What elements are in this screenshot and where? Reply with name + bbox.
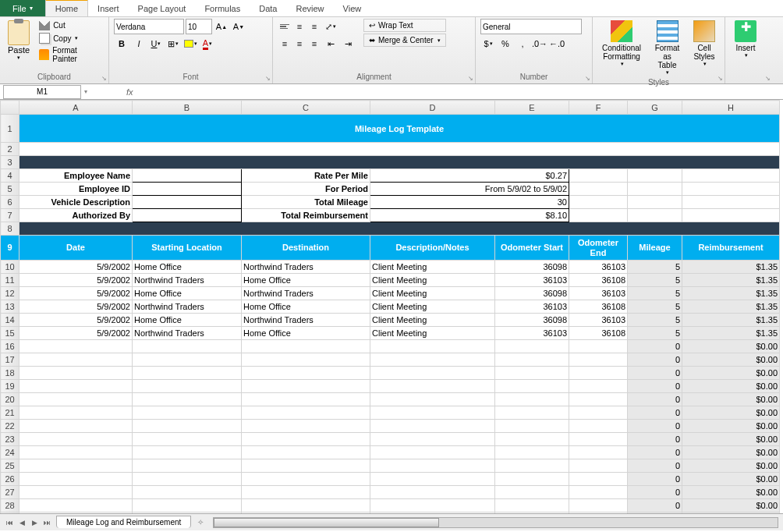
cell-ostart[interactable]: 36098 (495, 287, 569, 300)
cut-button[interactable]: Cut (36, 19, 104, 31)
cell-desc[interactable]: Client Meeting (370, 300, 495, 314)
italic-button[interactable]: I (131, 36, 147, 51)
row-header-29[interactable]: 29 (1, 512, 19, 514)
col-header-G[interactable]: G (628, 101, 682, 115)
row-header-18[interactable]: 18 (1, 367, 19, 380)
cell-empty[interactable] (19, 367, 133, 380)
info-input[interactable] (133, 183, 242, 196)
table-header[interactable]: Odometer End (569, 236, 628, 261)
cell-reimb[interactable]: $1.35 (682, 287, 780, 300)
cell-empty[interactable] (133, 380, 242, 393)
cell-start[interactable]: Home Office (133, 287, 242, 300)
cell-reimb[interactable]: $0.00 (682, 367, 780, 380)
cell-dest[interactable]: Home Office (242, 300, 370, 314)
cell-reimb[interactable]: $0.00 (682, 499, 780, 512)
row-header-21[interactable]: 21 (1, 406, 19, 420)
cell-empty[interactable] (569, 473, 628, 486)
format-painter-button[interactable]: Format Painter (36, 45, 104, 64)
comma-format-button[interactable]: , (515, 36, 530, 51)
cell-reimb[interactable]: $0.00 (682, 340, 780, 353)
cell-date[interactable]: 5/9/2002 (19, 314, 133, 327)
cell-empty[interactable] (370, 512, 495, 514)
cell-empty[interactable] (370, 340, 495, 353)
cell-reimb[interactable]: $0.00 (682, 512, 780, 514)
cell-empty[interactable] (133, 353, 242, 367)
cell-mileage[interactable]: 0 (628, 406, 682, 420)
cell-empty[interactable] (133, 473, 242, 486)
col-header-F[interactable]: F (569, 101, 628, 115)
cell-empty[interactable] (19, 446, 133, 459)
cell-empty[interactable] (19, 406, 133, 420)
cell-empty[interactable] (19, 459, 133, 473)
cell-empty[interactable] (19, 340, 133, 353)
cell-reimb[interactable]: $1.35 (682, 327, 780, 340)
decrease-indent-button[interactable]: ⇤ (323, 36, 338, 51)
cell-empty[interactable] (133, 367, 242, 380)
cell-reimb[interactable]: $0.00 (682, 486, 780, 499)
cell-reimb[interactable]: $1.35 (682, 261, 780, 274)
row-header-7[interactable]: 7 (1, 209, 19, 222)
row-header-23[interactable]: 23 (1, 433, 19, 446)
row-header-27[interactable]: 27 (1, 486, 19, 499)
cell-dest[interactable]: Northwind Traders (242, 314, 370, 327)
file-tab[interactable]: File (0, 0, 45, 16)
insert-cells-button[interactable]: Insert (730, 19, 761, 60)
cell-date[interactable]: 5/9/2002 (19, 287, 133, 300)
cell-desc[interactable]: Client Meeting (370, 274, 495, 287)
row-header-24[interactable]: 24 (1, 446, 19, 459)
cell-empty[interactable] (133, 420, 242, 433)
cell-mileage[interactable]: 0 (628, 473, 682, 486)
tab-page-layout[interactable]: Page Layout (129, 0, 196, 16)
cell-empty[interactable] (242, 499, 370, 512)
tab-data[interactable]: Data (250, 0, 286, 16)
cell-mileage[interactable]: 0 (628, 420, 682, 433)
increase-indent-button[interactable]: ⇥ (340, 36, 356, 51)
cell-empty[interactable] (569, 353, 628, 367)
col-header-A[interactable]: A (19, 101, 133, 115)
tab-formulas[interactable]: Formulas (195, 0, 250, 16)
cell-empty[interactable] (495, 393, 569, 406)
cell-mileage[interactable]: 5 (628, 261, 682, 274)
info-value[interactable]: From 5/9/02 to 5/9/02 (370, 183, 569, 196)
cell-empty[interactable] (370, 393, 495, 406)
cell-dest[interactable]: Northwind Traders (242, 261, 370, 274)
row-header-6[interactable]: 6 (1, 196, 19, 209)
cell-start[interactable]: Home Office (133, 261, 242, 274)
cell-empty[interactable] (495, 340, 569, 353)
spreadsheet-grid[interactable]: ABCDEFGH1Mileage Log Template234Employee… (0, 100, 783, 513)
cell-oend[interactable]: 36103 (569, 287, 628, 300)
cell-desc[interactable]: Client Meeting (370, 327, 495, 340)
table-header[interactable]: Mileage (628, 236, 682, 261)
orientation-button[interactable]: ⤢ (323, 19, 338, 34)
cell-empty[interactable] (569, 433, 628, 446)
row-header-4[interactable]: 4 (1, 169, 19, 183)
cell-mileage[interactable]: 5 (628, 314, 682, 327)
cell-oend[interactable]: 36103 (569, 314, 628, 327)
cell-empty[interactable] (133, 486, 242, 499)
cell-date[interactable]: 5/9/2002 (19, 261, 133, 274)
cell-reimb[interactable]: $0.00 (682, 433, 780, 446)
info-value[interactable]: $0.27 (370, 169, 569, 183)
cell-empty[interactable] (370, 433, 495, 446)
row-header-9[interactable]: 9 (1, 236, 19, 261)
cell-dest[interactable]: Northwind Traders (242, 287, 370, 300)
cell-mileage[interactable]: 0 (628, 380, 682, 393)
cell-ostart[interactable]: 36098 (495, 314, 569, 327)
font-name-select[interactable] (114, 19, 184, 34)
cell-ostart[interactable]: 36103 (495, 274, 569, 287)
cell-reimb[interactable]: $0.00 (682, 406, 780, 420)
cell-empty[interactable] (495, 367, 569, 380)
table-header[interactable]: Date (19, 236, 133, 261)
cell-empty[interactable] (242, 367, 370, 380)
cell-empty[interactable] (495, 473, 569, 486)
row-header-14[interactable]: 14 (1, 314, 19, 327)
cell-reimb[interactable]: $0.00 (682, 393, 780, 406)
cell-dest[interactable]: Home Office (242, 274, 370, 287)
underline-button[interactable]: U (148, 36, 164, 51)
table-header[interactable]: Starting Location (133, 236, 242, 261)
cell-empty[interactable] (569, 459, 628, 473)
row-header-16[interactable]: 16 (1, 340, 19, 353)
new-sheet-button[interactable]: ✧ (193, 516, 208, 529)
accounting-format-button[interactable]: $ (480, 36, 496, 51)
cell-empty[interactable] (242, 486, 370, 499)
